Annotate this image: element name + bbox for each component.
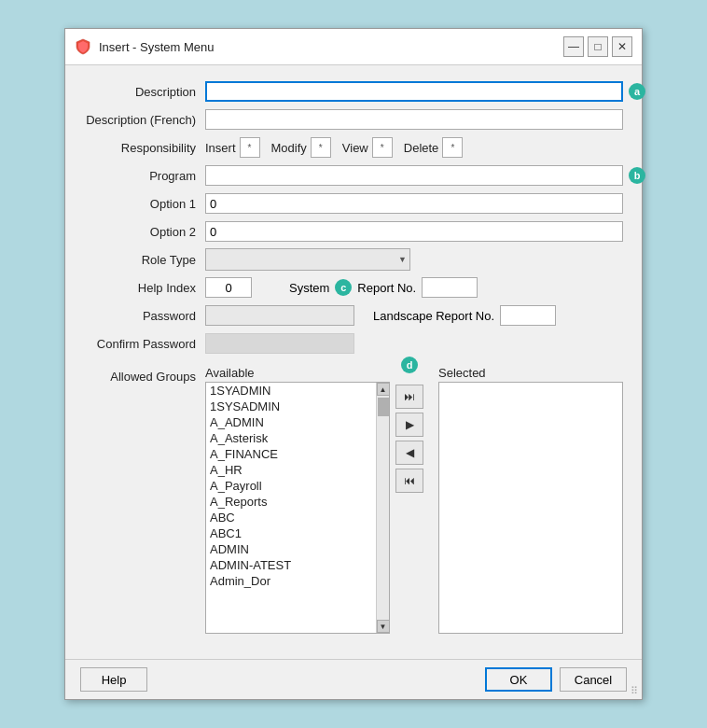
groups-content: Available 1SYADMIN 1SYSADMIN A_ADMIN A_A… [205,366,623,634]
landscape-report-input[interactable] [500,305,556,326]
available-section: Available 1SYADMIN 1SYSADMIN A_ADMIN A_A… [205,366,390,634]
confirm-password-input[interactable] [205,333,354,354]
title-bar-left: Insert - System Menu [75,38,215,55]
option1-label: Option 1 [84,197,205,211]
responsibility-row: Responsibility Insert * Modify * View * … [84,136,623,159]
list-item[interactable]: A_FINANCE [206,446,376,462]
footer: Help OK Cancel [65,659,642,699]
close-button[interactable]: ✕ [612,36,632,57]
role-type-select[interactable]: Admin User Manager [205,248,410,271]
resize-grip[interactable]: ⠿ [631,685,638,697]
transfer-buttons: d ⏭ ▶ ◀ ⏮ [395,366,423,493]
report-no-input[interactable] [422,277,478,298]
confirm-password-row: Confirm Password [84,332,623,355]
resp-delete: Delete * [404,137,464,158]
description-input[interactable] [205,81,623,102]
move-left-button[interactable]: ◀ [395,441,423,465]
cancel-button[interactable]: Cancel [560,667,627,692]
role-type-label: Role Type [84,253,205,267]
system-section: System c Report No. [289,277,478,298]
role-type-wrapper: Admin User Manager [205,248,410,271]
landscape-section: Landscape Report No. [373,305,556,326]
list-scrollbar[interactable]: ▲ ▼ [376,383,389,633]
ok-button[interactable]: OK [485,667,552,692]
list-item[interactable]: 1SYADMIN [206,383,376,399]
list-item[interactable]: A_Reports [206,494,376,510]
confirm-password-label: Confirm Password [84,337,205,351]
help-button[interactable]: Help [80,667,147,692]
badge-a: a [629,83,645,100]
form-body: Description a Description (French) Respo… [65,65,642,659]
footer-right: OK Cancel [485,667,627,692]
available-list-container: 1SYADMIN 1SYSADMIN A_ADMIN A_Asterisk A_… [205,382,390,634]
resp-modify: Modify * [271,137,331,158]
selected-header: Selected [438,366,623,380]
description-french-row: Description (French) [84,108,623,131]
help-index-input[interactable] [205,277,252,298]
description-label: Description [84,85,205,99]
description-row: Description a [84,80,623,103]
help-index-label: Help Index [84,281,205,295]
option1-input[interactable] [205,193,623,214]
help-system-row: Help Index System c Report No. [84,276,623,299]
move-all-left-button[interactable]: ⏮ [395,469,423,493]
minimize-button[interactable]: — [563,36,584,57]
list-item[interactable]: ABC [206,510,376,525]
list-item[interactable]: ABC1 [206,525,376,541]
description-french-label: Description (French) [84,113,205,127]
responsibility-items: Insert * Modify * View * Delete * [205,137,474,158]
option2-row: Option 2 [84,220,623,243]
option1-row: Option 1 [84,192,623,215]
resp-insert-checkbox[interactable]: * [240,137,260,158]
resp-insert-label: Insert [205,141,236,155]
selected-list[interactable] [439,383,622,633]
option2-input[interactable] [205,221,623,242]
role-type-row: Role Type Admin User Manager [84,248,623,271]
available-header: Available [205,366,390,380]
main-window: Insert - System Menu — □ ✕ Description a… [64,28,643,700]
password-landscape-row: Password Landscape Report No. [84,304,623,327]
resp-insert: Insert * [205,137,260,158]
list-item[interactable]: Admin_Dor [206,573,376,589]
title-bar: Insert - System Menu — □ ✕ [65,29,642,65]
move-right-button[interactable]: ▶ [395,413,423,437]
list-item[interactable]: 1SYSADMIN [206,399,376,414]
list-item[interactable]: A_HR [206,462,376,478]
password-label: Password [84,309,205,323]
list-item[interactable]: ADMIN-ATEST [206,557,376,573]
resp-delete-checkbox[interactable]: * [442,137,463,158]
move-all-right-button[interactable]: ⏭ [395,385,423,409]
program-row: Program b [84,164,623,187]
badge-c: c [335,279,352,296]
description-french-input[interactable] [205,109,623,130]
resp-modify-label: Modify [271,141,307,155]
window-title: Insert - System Menu [99,40,215,54]
allowed-groups-label: Allowed Groups [84,366,205,384]
resp-view-checkbox[interactable]: * [372,137,393,158]
system-label: System [289,281,329,295]
maximize-button[interactable]: □ [588,36,608,57]
list-item[interactable]: A_Asterisk [206,430,376,446]
selected-section: Selected [438,366,623,634]
available-list[interactable]: 1SYADMIN 1SYSADMIN A_ADMIN A_Asterisk A_… [206,383,376,633]
program-label: Program [84,169,205,183]
selected-list-container [438,382,623,634]
groups-row: Allowed Groups Available 1SYADMIN 1SYSAD… [84,366,623,634]
report-no-label: Report No. [357,281,416,295]
scroll-thumb[interactable] [378,398,389,416]
resp-modify-checkbox[interactable]: * [311,137,331,158]
list-item[interactable]: A_ADMIN [206,414,376,430]
resp-view-label: View [342,141,368,155]
list-item[interactable]: ADMIN [206,541,376,557]
scroll-up-arrow[interactable]: ▲ [377,383,390,396]
responsibility-label: Responsibility [84,141,205,155]
resp-delete-label: Delete [404,141,439,155]
landscape-report-label: Landscape Report No. [373,309,494,323]
title-bar-controls: — □ ✕ [563,36,632,57]
option2-label: Option 2 [84,225,205,239]
list-item[interactable]: A_Payroll [206,478,376,494]
program-input[interactable] [205,165,623,186]
badge-b: b [629,167,645,184]
scroll-down-arrow[interactable]: ▼ [377,620,390,633]
password-input[interactable] [205,305,354,326]
